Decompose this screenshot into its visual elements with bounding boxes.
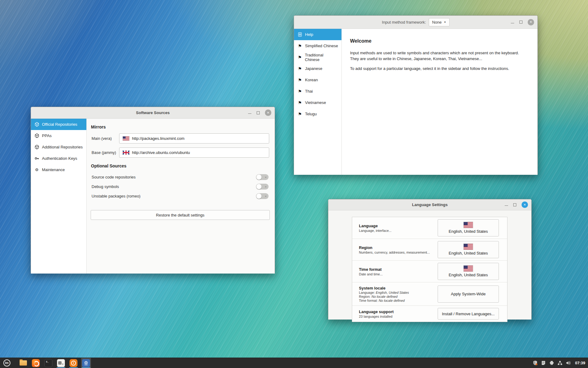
restore-defaults-button[interactable]: Restore the default settings	[91, 210, 270, 220]
menu-button[interactable]: lm	[2, 358, 11, 368]
firefox-icon	[32, 359, 40, 367]
main-mirror-button[interactable]: http://packages.linuxmint.com	[119, 133, 269, 144]
maximize-button[interactable]	[513, 203, 516, 206]
toggle-off-icon: ✕	[265, 185, 267, 188]
apply-system-wide-button[interactable]: Apply System-Wide	[438, 286, 499, 303]
time-format-row-subtitle: Date and time...	[359, 272, 435, 276]
locale-time-format-value: No locale defined	[379, 299, 405, 302]
language-row-subtitle: Language, interface...	[359, 229, 435, 232]
firefox-launcher[interactable]	[31, 358, 41, 368]
locale-region-label: Region:	[359, 295, 371, 298]
minimize-button[interactable]	[505, 205, 508, 206]
time-format-select-button[interactable]: English, United States	[438, 263, 499, 280]
help-icon	[297, 32, 302, 37]
language-value: English, United States	[449, 229, 488, 234]
input-method-window: Input method framework: None ▼ ✕ Help ⚑	[294, 15, 538, 175]
us-flag-icon	[464, 222, 473, 228]
file-manager-launcher[interactable]	[18, 358, 28, 368]
sidebar-item-additional-repositories[interactable]: Additional Repositories	[31, 141, 86, 153]
software-sources-taskbar-item[interactable]: i	[69, 358, 78, 368]
notes-icon[interactable]	[541, 360, 546, 366]
terminal-launcher[interactable]: $_	[43, 358, 53, 368]
package-icon	[34, 145, 39, 149]
sidebar-item-japanese[interactable]: ⚑ Japanese	[294, 63, 341, 74]
maximize-button[interactable]	[257, 111, 260, 114]
intro-paragraph-line2: They are useful to write in Chinese, Jap…	[350, 56, 482, 61]
folder-icon	[20, 360, 27, 366]
taskbar: lm $_ E i	[0, 358, 588, 368]
sidebar-item-maintenance[interactable]: ⚙ Maintenance	[31, 164, 86, 175]
source-code-repositories-toggle[interactable]: ✕	[256, 174, 269, 180]
language-support-row-subtitle: 23 languages installed	[359, 315, 435, 318]
time-format-value: English, United States	[449, 273, 488, 277]
sidebar-item-traditional-chinese[interactable]: ⚑ Traditional Chinese	[294, 52, 341, 63]
install-remove-languages-label: Install / Remove Languages...	[442, 312, 495, 316]
software-sources-sidebar: Official Repositories PPAs Additional Re…	[31, 119, 87, 274]
framework-dropdown[interactable]: None ▼	[429, 18, 450, 26]
volume-icon[interactable]	[566, 360, 571, 366]
debug-symbols-toggle[interactable]: ✕	[256, 184, 269, 190]
minimize-button[interactable]	[511, 23, 514, 23]
software-sources-window: Software Sources ✕ Official Repositories…	[31, 107, 275, 274]
region-select-button[interactable]: English, United States	[438, 241, 499, 258]
flag-icon: ⚑	[297, 89, 302, 94]
sidebar-item-official-repositories[interactable]: Official Repositories	[31, 119, 86, 130]
install-remove-languages-button[interactable]: Install / Remove Languages...	[438, 308, 499, 320]
flag-icon: ⚑	[297, 101, 302, 105]
sidebar-item-vietnamese[interactable]: ⚑ Vietnamese	[294, 97, 341, 108]
terminal-icon: $_	[44, 359, 52, 367]
sidebar-item-korean[interactable]: ⚑ Korean	[294, 74, 341, 86]
network-icon[interactable]	[557, 360, 563, 366]
flag-icon: ⚑	[297, 78, 302, 82]
system-locale-row: System locale Language: English, United …	[352, 282, 507, 306]
sidebar-item-ppas[interactable]: PPAs	[31, 130, 86, 141]
close-button[interactable]: ✕	[528, 19, 534, 25]
language-support-row: Language support 23 languages installed …	[352, 306, 507, 322]
us-flag-icon	[464, 266, 473, 271]
sidebar-item-label: PPAs	[42, 133, 52, 138]
language-select-button[interactable]: English, United States	[438, 219, 499, 236]
locale-region-value: No locale defined	[371, 295, 398, 298]
framework-dropdown-value: None	[432, 20, 442, 25]
locale-time-format-label: Time format:	[359, 299, 378, 302]
sidebar-item-simplified-chinese[interactable]: ⚑ Simplified Chinese	[294, 40, 341, 52]
sidebar-item-label: Additional Repositories	[42, 145, 83, 149]
update-manager-shield-icon[interactable]	[533, 360, 538, 366]
close-button[interactable]: ✕	[522, 201, 528, 208]
software-sources-titlebar[interactable]: Software Sources ✕	[31, 107, 275, 119]
apply-system-wide-label: Apply System-Wide	[451, 292, 485, 296]
close-button[interactable]: ✕	[265, 109, 271, 116]
language-settings-content: Language Language, interface... English,…	[328, 210, 531, 320]
unstable-packages-toggle[interactable]: ✕	[256, 193, 269, 199]
sidebar-item-label: Thai	[305, 89, 313, 94]
cjk-glyph-icon	[58, 361, 62, 365]
sidebar-item-telugu[interactable]: ⚑ Telugu	[294, 108, 341, 120]
printer-icon[interactable]	[549, 360, 554, 366]
input-method-icon: E	[57, 359, 65, 367]
input-method-content: Welcome Input methods are used to write …	[342, 29, 537, 175]
input-method-sidebar: Help ⚑ Simplified Chinese ⚑ Traditional …	[294, 29, 342, 175]
window-title: Language Settings	[412, 202, 447, 207]
system-locale-row-title: System locale	[359, 286, 435, 290]
sidebar-item-help[interactable]: Help	[294, 29, 341, 40]
language-settings-titlebar[interactable]: Language Settings ✕	[328, 199, 531, 210]
input-method-titlebar[interactable]: Input method framework: None ▼ ✕	[294, 16, 537, 29]
us-flag-icon	[123, 136, 129, 140]
sidebar-item-thai[interactable]: ⚑ Thai	[294, 86, 341, 97]
sidebar-item-authentication-keys[interactable]: Authentication Keys	[31, 153, 86, 164]
flag-icon: ⚑	[297, 67, 302, 71]
sidebar-item-label: Vietnamese	[305, 100, 326, 105]
maximize-button[interactable]	[519, 21, 522, 24]
package-icon	[34, 133, 39, 138]
minimize-button[interactable]	[248, 113, 251, 114]
clock[interactable]: 07:39	[575, 361, 585, 365]
sidebar-item-label: Official Repositories	[42, 122, 77, 127]
gear-icon: ⚙	[34, 168, 39, 172]
sidebar-item-label: Help	[305, 32, 313, 37]
region-row-subtitle: Numbers, currency, addresses, measuremen…	[359, 251, 435, 254]
flag-icon: ⚑	[297, 55, 302, 59]
input-method-taskbar-item[interactable]: E	[56, 358, 66, 368]
language-settings-window: Language Settings ✕ Language Language, i…	[328, 199, 532, 320]
language-settings-taskbar-item[interactable]	[81, 358, 91, 368]
base-mirror-button[interactable]: http://archive.ubuntu.com/ubuntu	[119, 148, 269, 158]
